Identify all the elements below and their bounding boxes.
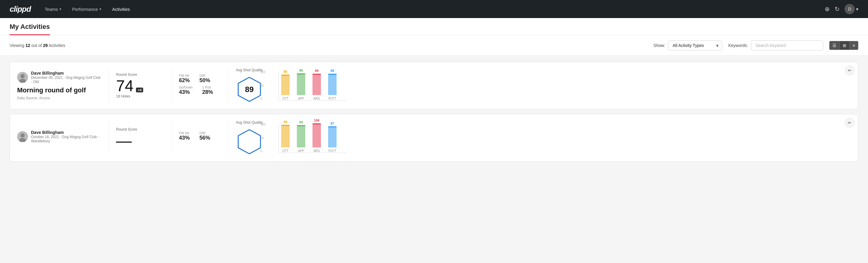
avatar-menu[interactable]: D ▾ (844, 4, 858, 14)
bar-name-arg: ARG (313, 97, 320, 100)
avg-shot-label: Avg Shot Quality (236, 120, 262, 124)
user-name: Dave Billingham (31, 130, 101, 135)
nav-item-performance[interactable]: Performance ▾ (68, 4, 105, 14)
search-input[interactable] (751, 40, 823, 51)
avatar-icon (17, 131, 28, 142)
round-score-section: Round Score 74 +4 18 Holes (116, 72, 164, 98)
avg-shot-label: Avg Shot Quality (236, 68, 262, 72)
view-compact-list-button[interactable]: ☰ (830, 41, 840, 50)
bar-value-ott: 94 (284, 120, 287, 124)
avatar: D (844, 4, 855, 14)
avg-shot-value: 89 (245, 85, 254, 94)
chevron-down-icon: ▾ (60, 7, 61, 11)
bar-chart: 100500 85 OTT 90 APP 89 ARG (269, 70, 347, 100)
card-left: Dave Billingham October 16, 2021 · Gog M… (17, 130, 101, 146)
view-grid-button[interactable]: ⊞ (840, 41, 850, 50)
data-source: Data Source: Arccos (17, 96, 101, 100)
bar-name-app: APP (298, 149, 304, 152)
logo[interactable]: clippd (10, 4, 31, 14)
bar-chart-inner: 94 OTT 93 APP 106 ARG 87 PUTT (279, 123, 347, 153)
viewing-middle: out of (30, 43, 43, 48)
bar-value-app: 90 (299, 68, 303, 72)
score-badge: +4 (136, 88, 144, 92)
bar-col-app: 93 APP (297, 120, 305, 152)
edit-button[interactable]: ✏ (845, 118, 855, 127)
bar-visual-ott (281, 75, 290, 95)
divider (108, 68, 109, 103)
bar-chart-inner: 85 OTT 90 APP 89 ARG 89 PUTT (279, 70, 347, 100)
bar-visual-putt (328, 126, 337, 147)
nav-item-activities[interactable]: Activities (108, 4, 134, 14)
bar-value-app: 93 (299, 120, 303, 124)
stat-row-bottom: Up/Down 43% 1 Putt 28% (179, 85, 221, 95)
user-date: December 05, 2021 · Gog Magog Golf Club … (31, 76, 101, 84)
avatar (17, 131, 28, 142)
bar-chart: 100500 94 OTT 93 APP 106 ARG (269, 123, 347, 153)
avg-shot-section: Avg Shot Quality 89 100500 85 (236, 68, 362, 103)
bar-name-putt: PUTT (329, 149, 336, 152)
bar-col-ott: 85 OTT (281, 70, 290, 100)
score-value: — (116, 133, 132, 148)
divider (228, 120, 228, 155)
viewing-suffix: Activities (48, 43, 65, 48)
nav-label-performance: Performance (72, 7, 98, 12)
bar-visual-app (297, 125, 305, 147)
bar-visual-arg (312, 74, 321, 95)
main-content: ✏ Dave Billingham December 05, 2021 · Go… (0, 56, 868, 168)
score-value: 74 (116, 78, 133, 94)
user-date: October 16, 2021 · Gog Magog Golf Club -… (31, 135, 101, 143)
y-label: 0 (260, 150, 266, 153)
bar-value-putt: 89 (331, 69, 334, 72)
activity-type-select[interactable]: All Activity Types (668, 40, 722, 51)
bar-value-arg: 106 (314, 119, 319, 122)
updown-stat: Up/Down 43% (179, 85, 192, 95)
bar-value-putt: 87 (331, 122, 334, 125)
viewing-count: 12 (26, 43, 30, 48)
activity-card: ✏ Dave Billingham December 05, 2021 · Go… (10, 62, 858, 109)
y-labels: 100500 (260, 123, 266, 153)
gir-stat: GIR 56% (199, 131, 210, 141)
score-row: — (116, 133, 164, 148)
bar-visual-putt (328, 74, 337, 95)
fw-hit-value: 62% (179, 77, 190, 84)
grid-icon: ⊞ (843, 43, 846, 48)
navbar: clippd Teams ▾ Performance ▾ Activities … (0, 0, 868, 18)
gir-label: GIR (199, 74, 210, 77)
nav-label-teams: Teams (45, 7, 58, 12)
divider (228, 68, 228, 103)
chevron-down-icon: ▾ (856, 6, 858, 12)
refresh-button[interactable]: ↻ (835, 6, 840, 12)
filter-bar: Viewing 12 out of 29 Activities Show: Al… (0, 35, 868, 56)
view-full-list-button[interactable]: ≡ (850, 41, 858, 50)
list-full-icon: ≡ (852, 43, 855, 48)
activity-type-select-wrapper: All Activity Types (668, 40, 722, 51)
bar-name-app: APP (298, 97, 304, 100)
score-row: 74 +4 (116, 78, 164, 94)
updown-value: 43% (179, 89, 192, 95)
hexagon (236, 128, 263, 155)
y-label: 100 (260, 123, 266, 126)
round-score-label: Round Score (116, 72, 164, 77)
bar-value-ott: 85 (284, 70, 287, 74)
page-header: My Activities (0, 18, 868, 35)
one-putt-stat: 1 Putt 28% (202, 85, 213, 95)
y-labels: 100500 (260, 70, 266, 100)
bar-value-arg: 89 (315, 69, 318, 72)
viewing-prefix: Viewing (10, 43, 26, 48)
hexagon: 89 (236, 76, 263, 103)
nav-item-teams[interactable]: Teams ▾ (40, 4, 66, 14)
gir-label: GIR (199, 131, 210, 135)
stat-row-top: FW Hit 43% GIR 56% (179, 131, 221, 141)
edit-button[interactable]: ✏ (845, 66, 855, 75)
activity-card: ✏ Dave Billingham October 16, 2021 · Gog… (10, 114, 858, 162)
fw-hit-label: FW Hit (179, 74, 190, 77)
add-button[interactable]: ⊕ (825, 6, 830, 12)
card-left: Dave Billingham December 05, 2021 · Gog … (17, 71, 101, 100)
user-name: Dave Billingham (31, 71, 101, 76)
bar-name-arg: ARG (313, 149, 320, 152)
avatar-icon (17, 72, 28, 83)
gir-stat: GIR 50% (199, 74, 210, 84)
bar-visual-ott (281, 125, 290, 147)
bar-name-ott: OTT (282, 149, 288, 152)
keywords-label: Keywords: (728, 43, 748, 48)
